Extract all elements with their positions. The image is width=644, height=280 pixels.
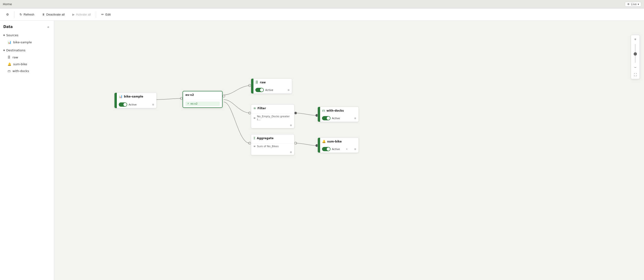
- chevron-down-icon: ▾: [638, 2, 639, 6]
- aggregate-body: ≡ Sum of No_Bikes: [251, 144, 294, 149]
- active-toggle[interactable]: [322, 147, 330, 151]
- chevron-down-icon: ▾: [3, 34, 5, 37]
- deactivate-button[interactable]: ⏸ Deactivate all: [39, 11, 68, 18]
- es-node-body: ⚡ es-v2: [183, 100, 222, 108]
- edit-button[interactable]: ✏ Edit: [98, 11, 114, 18]
- filter-icon: ≡: [254, 106, 256, 110]
- destinations-header[interactable]: ▾ Destinations: [0, 47, 54, 54]
- with-docks-title: with-docks: [326, 109, 344, 112]
- node-title-row: 📊 bike-sample: [119, 95, 154, 98]
- es-tag-icon: ⚡: [187, 102, 189, 105]
- node-menu-button[interactable]: ≡: [152, 103, 154, 106]
- sidebar-item-bike-sample[interactable]: 📊 bike-sample: [0, 39, 54, 46]
- table-icon: 📊: [119, 95, 122, 98]
- sum-bike-title: sum-bike: [327, 140, 342, 143]
- sum-bike-footer: Active ✦ ≡: [318, 146, 358, 152]
- active-label: Active: [265, 88, 273, 92]
- filter-row: ≡ No_Empty_Docks greater t...: [254, 115, 292, 121]
- sidebar-item-sum-bike[interactable]: 🔔 sum-bike: [0, 61, 54, 68]
- source-footer: Active ≡: [114, 102, 156, 108]
- cabinet-icon: 🗃: [8, 69, 10, 73]
- toggle-container: Active: [119, 102, 136, 107]
- node-menu-button[interactable]: ≡: [354, 116, 356, 120]
- node-menu-button[interactable]: ≡: [354, 147, 356, 151]
- node-aggregate[interactable]: Σ Aggregate ≡ Sum of No_Bikes ≡: [251, 134, 294, 155]
- es-node-header: es-v2: [183, 91, 222, 100]
- live-label: Live: [631, 2, 637, 6]
- sidebar-item-label: raw: [12, 56, 18, 59]
- aggregate-title: Aggregate: [257, 136, 274, 140]
- sum-bike-title-row: 🔔 sum-bike: [322, 140, 356, 143]
- filter-header: ≡ Filter: [251, 104, 294, 114]
- with-docks-footer: Active ≡: [318, 116, 358, 122]
- deactivate-icon: ⏸: [42, 13, 45, 16]
- active-toggle[interactable]: [322, 116, 330, 120]
- sidebar-title: Data: [3, 25, 13, 29]
- sidebar-item-label: sum-bike: [13, 62, 27, 66]
- node-menu-button[interactable]: ≡: [290, 124, 292, 127]
- node-raw[interactable]: 🗄 raw Active ≡: [251, 78, 292, 94]
- chevron-down-icon: ▾: [3, 48, 5, 52]
- sidebar-item-label: bike-sample: [13, 40, 32, 44]
- canvas-area[interactable]: 📊 bike-sample Active ≡ es-v2: [54, 21, 644, 280]
- zoom-controls: + − ⛶: [631, 35, 640, 79]
- main-layout: Data « ▾ Sources 📊 bike-sample ▾ Destina…: [0, 21, 644, 280]
- zoom-slider-thumb[interactable]: [634, 52, 637, 56]
- sources-section: ▾ Sources 📊 bike-sample: [0, 32, 54, 46]
- zoom-out-button[interactable]: −: [632, 64, 638, 71]
- with-docks-content: 🗃 with-docks: [318, 107, 358, 116]
- refresh-button[interactable]: ↻ Refresh: [16, 11, 38, 18]
- toolbar: ⚙ ↻ Refresh ⏸ Deactivate all ▶ Activate …: [0, 8, 644, 21]
- bell-icon: 🔔: [322, 140, 326, 143]
- sidebar-header: Data «: [0, 21, 54, 32]
- toolbar-divider-2: [96, 11, 96, 18]
- live-badge[interactable]: 👁 Live ▾: [625, 2, 641, 6]
- cabinet-icon: 🗃: [322, 109, 325, 112]
- source-bar: [114, 93, 117, 108]
- active-toggle[interactable]: [255, 88, 264, 92]
- node-sum-bike[interactable]: 🔔 sum-bike Active ✦ ≡: [318, 138, 359, 153]
- svg-point-5: [248, 142, 251, 144]
- app-title: Home: [3, 2, 12, 6]
- svg-point-1: [180, 97, 182, 100]
- node-filter[interactable]: ≡ Filter ≡ No_Empty_Docks greater t... ≡: [251, 104, 294, 128]
- filter-row-icon: ≡: [254, 116, 256, 120]
- aggregate-row-icon: ≡: [254, 145, 256, 148]
- settings-button[interactable]: ⚙: [3, 11, 12, 18]
- raw-bar: [251, 79, 254, 94]
- active-label: Active: [332, 117, 340, 120]
- database-icon: 🗄: [255, 80, 258, 84]
- es-title: es-v2: [186, 93, 194, 96]
- aggregate-header: Σ Aggregate: [251, 134, 294, 144]
- aggregate-footer: ≡: [251, 149, 294, 155]
- sidebar-item-raw[interactable]: 🗄 raw: [0, 54, 54, 61]
- title-bar: Home 👁 Live ▾: [0, 0, 644, 8]
- edit-label: Edit: [105, 13, 110, 16]
- filter-title: Filter: [258, 107, 266, 110]
- aggregate-title-row: Σ Aggregate: [254, 136, 292, 140]
- node-bike-sample[interactable]: 📊 bike-sample Active ≡: [114, 92, 157, 108]
- collapse-button[interactable]: «: [46, 24, 51, 29]
- node-title: bike-sample: [124, 95, 143, 98]
- destinations-section: ▾ Destinations 🗄 raw 🔔 sum-bike 🗃 with-d…: [0, 47, 54, 74]
- activate-button[interactable]: ▶ Activate all: [69, 11, 94, 18]
- sidebar-item-with-docks[interactable]: 🗃 with-docks: [0, 68, 54, 74]
- node-menu-button[interactable]: ≡: [288, 88, 290, 92]
- node-with-docks[interactable]: 🗃 with-docks Active ≡: [318, 107, 359, 122]
- eye-icon: 👁: [627, 2, 630, 6]
- zoom-slider-track: [635, 44, 636, 63]
- es-tag-label: es-v2: [190, 102, 198, 105]
- with-docks-bar: [318, 107, 320, 122]
- edit-icon: ✏: [101, 13, 104, 16]
- node-es-v2[interactable]: es-v2 ⚡ es-v2: [182, 91, 222, 108]
- zoom-in-button[interactable]: +: [632, 36, 638, 42]
- active-toggle[interactable]: [119, 102, 127, 107]
- activate-label: Activate all: [76, 13, 91, 16]
- raw-title-row: 🗄 raw: [255, 80, 290, 84]
- node-menu-button[interactable]: ≡: [290, 150, 292, 154]
- raw-title: raw: [260, 81, 266, 84]
- fit-button[interactable]: ⛶: [632, 71, 638, 78]
- aggregate-row-text: Sum of No_Bikes: [257, 145, 279, 148]
- sources-header[interactable]: ▾ Sources: [0, 32, 54, 39]
- svg-point-4: [248, 112, 251, 114]
